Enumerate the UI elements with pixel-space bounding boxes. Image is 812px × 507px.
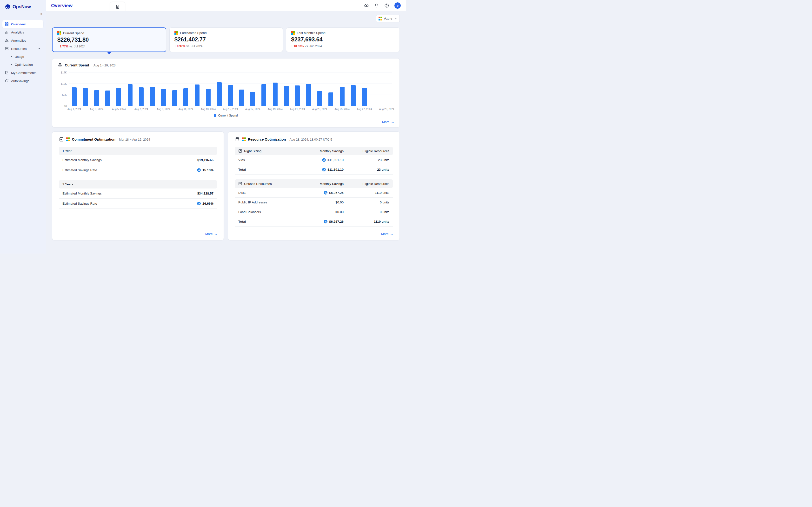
sidebar-item-anomalies[interactable]: Anomalies (2, 37, 43, 44)
chart-bar[interactable] (228, 85, 233, 106)
forecasted-spend-card[interactable]: Forecasted Spend $261,402.77 ↑ 9.97% vs.… (169, 27, 283, 52)
cloud-provider-selector[interactable]: Azure (376, 15, 400, 22)
arrow-right-icon: → (391, 120, 395, 124)
row-value: 15.13% (202, 168, 213, 172)
panel-title: Resource Optimization (248, 137, 286, 141)
table-row: Load Balancers $0.00 0 units (235, 207, 393, 217)
delta-compare: vs. Jul 2024 (69, 45, 86, 48)
chart-bar[interactable] (261, 84, 266, 106)
chart-bar[interactable] (195, 84, 200, 106)
chart-bar[interactable] (317, 91, 322, 106)
chart-bar[interactable] (116, 88, 121, 106)
chart-bar[interactable] (306, 84, 311, 106)
chart-bar[interactable] (94, 90, 99, 106)
chart-bar[interactable] (83, 88, 88, 106)
row-label: Estimated Savings Rate (62, 168, 97, 172)
delta-value: 9.97% (177, 45, 185, 48)
card-title: Forecasted Spend (180, 31, 206, 35)
card-title: Last Month's Spend (297, 31, 325, 35)
row-label: VMs (238, 158, 295, 162)
chart-bar[interactable] (239, 90, 244, 106)
chart-date-range: Aug 1 - 29, 2024 (94, 64, 117, 67)
chart-bar[interactable] (351, 85, 356, 106)
notifications-button[interactable] (374, 3, 379, 8)
chart-bar[interactable] (250, 92, 255, 106)
page-title: Overview (51, 3, 72, 8)
table-row: Estimated Savings Rate 26.66% (59, 199, 217, 209)
chart-more-link[interactable]: More → (382, 120, 394, 124)
row-units: 1110 units (344, 220, 389, 223)
chart-bar[interactable] (206, 89, 211, 106)
chart-bar[interactable] (373, 106, 378, 106)
arrow-right-icon: → (390, 232, 394, 236)
card-title: Current Spend (63, 31, 84, 35)
sidebar-item-my-commitments[interactable]: My Commitments (2, 69, 43, 76)
x-tick-label: Aug 15, 2024 (223, 108, 238, 111)
chart-x-labels: Aug 1, 2024Aug 3, 2024Aug 5, 2024Aug 7, … (69, 108, 392, 111)
row-savings: $6,257.26 (329, 191, 344, 194)
chart-bar[interactable] (362, 88, 367, 106)
help-button[interactable] (384, 3, 390, 8)
sidebar-item-label: My Commitments (11, 71, 36, 75)
chart-bar[interactable] (105, 91, 110, 106)
provider-selector-row: Azure (52, 15, 400, 22)
right-sizing-table-header: Right Sizing Monthly Savings Eligible Re… (235, 147, 393, 155)
database-icon (235, 137, 240, 142)
row-label: Estimated Monthly Savings (62, 158, 102, 162)
chart-bar[interactable] (273, 82, 277, 106)
selected-card-pointer (107, 52, 111, 54)
chart-bar[interactable] (284, 86, 289, 106)
report-tab[interactable] (110, 2, 125, 11)
chart-bar[interactable] (328, 93, 333, 106)
chart-bar[interactable] (217, 82, 222, 106)
chart-bar[interactable] (340, 87, 345, 106)
chart-bar[interactable] (72, 88, 77, 106)
brand-logo[interactable]: OpsNow (0, 0, 46, 12)
last-month-spend-card[interactable]: Last Month's Spend $237,693.64 ↑ 10.33% … (286, 27, 400, 52)
top-bar: Overview (46, 0, 406, 11)
cloud-upload-button[interactable] (364, 3, 369, 8)
checklist-icon (59, 137, 64, 142)
col-monthly-savings: Monthly Savings (295, 149, 344, 153)
document-icon (115, 5, 120, 9)
server-icon (5, 47, 9, 51)
chart-bar[interactable] (384, 106, 389, 106)
chart-bar[interactable] (172, 90, 177, 106)
y-tick-label: $10K (61, 82, 67, 85)
x-tick-label: Aug 5, 2024 (112, 108, 126, 111)
sidebar: OpsNow « Overview Analytics (0, 0, 46, 253)
sidebar-item-optimization[interactable]: Optimization (2, 61, 43, 68)
sidebar-item-autosavings[interactable]: AutoSavings (2, 77, 43, 85)
row-units: 1110 units (344, 191, 389, 194)
delta-value: 10.33% (294, 45, 304, 48)
sidebar-item-usage[interactable]: Usage (2, 53, 43, 60)
chart-bar[interactable] (139, 88, 144, 106)
document-check-icon (5, 71, 9, 75)
resource-more-link[interactable]: More → (381, 232, 393, 236)
sidebar-item-label: Optimization (15, 63, 33, 66)
grid-icon (5, 22, 9, 26)
x-tick-label: Aug 13, 2024 (201, 108, 216, 111)
chart-bar[interactable] (295, 86, 300, 106)
sidebar-item-resources[interactable]: Resources (2, 45, 43, 53)
sidebar-item-label: Overview (11, 22, 26, 26)
sidebar-collapse-button[interactable]: « (39, 11, 44, 16)
legend-swatch (214, 114, 216, 117)
azure-icon (322, 168, 326, 171)
chart-bar[interactable] (128, 84, 133, 106)
col-eligible-resources: Eligible Resources (344, 149, 389, 153)
chart-bar[interactable] (183, 88, 188, 106)
chart-bar[interactable] (161, 89, 166, 106)
sidebar-item-overview[interactable]: Overview (2, 20, 43, 28)
chart-bar[interactable] (150, 87, 155, 106)
row-label: Estimated Monthly Savings (62, 191, 102, 195)
current-spend-card[interactable]: Current Spend $226,731.80 ↑ 2.77% vs. Ju… (52, 27, 166, 52)
row-units: 0 units (344, 201, 389, 204)
user-avatar[interactable]: b (395, 2, 401, 9)
row-savings: $11,691.10 (327, 158, 344, 162)
sidebar-item-analytics[interactable]: Analytics (2, 29, 43, 36)
col-eligible-resources: Eligible Resources (344, 182, 389, 186)
bar-chart-plot: $0$5K$10K$15K (69, 72, 392, 106)
main-content: Azure Current Spend $226,731.80 ↑ 2.77% … (46, 11, 406, 247)
commitment-more-link[interactable]: More → (205, 232, 217, 236)
